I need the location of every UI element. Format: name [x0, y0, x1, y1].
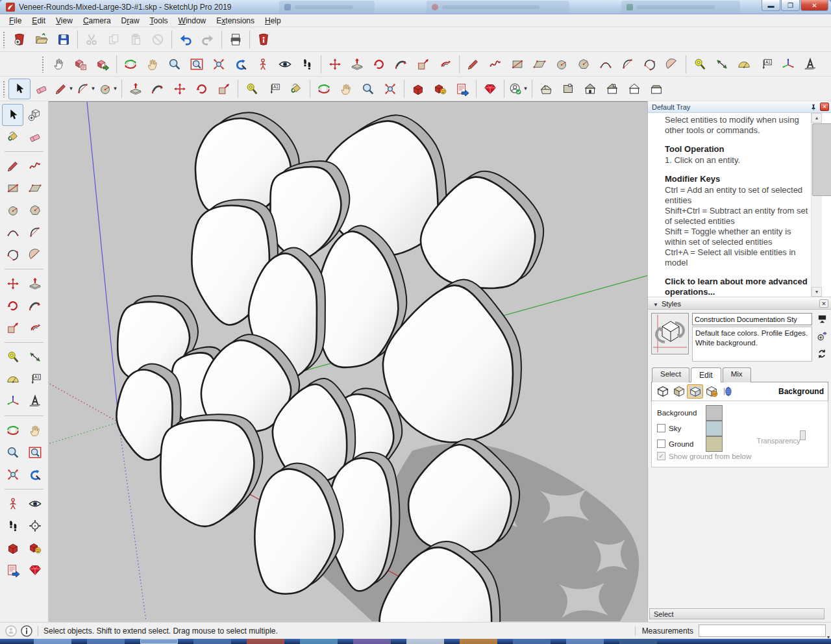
copy-button[interactable] [103, 29, 125, 50]
taskbar-item[interactable] [247, 639, 284, 644]
account-button[interactable]: ▼ [507, 79, 529, 99]
circle-button[interactable] [551, 54, 573, 75]
style-thumbnail[interactable] [651, 313, 689, 354]
three-point-arc-button[interactable] [639, 54, 661, 75]
freehand-button[interactable] [484, 54, 506, 75]
paint-bucket-tool[interactable] [2, 126, 23, 148]
viewport[interactable] [49, 101, 647, 622]
push-pull-tool[interactable] [24, 273, 45, 295]
share-model-tool[interactable] [2, 559, 23, 581]
toolbar-grip[interactable] [3, 80, 6, 97]
view-front-button[interactable] [579, 79, 601, 99]
previous-view-button[interactable] [230, 54, 252, 75]
rotate-button[interactable] [191, 79, 213, 99]
pointer-hand-button[interactable] [47, 54, 69, 75]
move-button[interactable] [169, 79, 191, 99]
extension-manager-tool[interactable] [24, 559, 45, 581]
extension-manager-button[interactable] [479, 79, 501, 99]
view-right-button[interactable] [601, 79, 623, 99]
offset-tool[interactable] [24, 317, 45, 339]
tape-measure-button[interactable] [241, 79, 263, 99]
select-tool[interactable] [2, 104, 23, 126]
two-point-arc-tool[interactable] [24, 221, 45, 243]
component-add-button[interactable] [92, 54, 114, 75]
sky-color-swatch[interactable] [706, 421, 723, 436]
cut-button[interactable] [81, 29, 103, 50]
section-plane-tool[interactable] [24, 515, 45, 537]
rectangle-button[interactable] [506, 54, 528, 75]
show-ground-checkbox[interactable]: ✓ [657, 452, 665, 460]
toolbar-grip[interactable] [42, 56, 45, 73]
rotated-rectangle-tool[interactable] [24, 177, 45, 199]
dropdown-arrow-icon[interactable]: ▼ [91, 86, 96, 92]
instructor-link[interactable]: Click to learn about more advanced opera… [665, 277, 810, 297]
style-name-field[interactable] [692, 313, 812, 325]
position-camera-tool[interactable] [2, 493, 23, 515]
polygon-tool[interactable] [24, 199, 45, 221]
taskbar-item[interactable] [140, 639, 178, 644]
offset-button[interactable] [434, 54, 456, 75]
modeling-settings[interactable] [719, 384, 736, 399]
toolbar-grip[interactable] [3, 31, 6, 48]
close-button[interactable]: ✕ [800, 0, 828, 11]
push-pull-button[interactable] [125, 79, 147, 99]
windows-taskbar[interactable] [0, 639, 831, 644]
axes-tool[interactable] [2, 390, 23, 412]
eraser-tool[interactable] [24, 126, 45, 148]
scroll-up-icon[interactable]: ▲ [812, 113, 822, 123]
view-top-button[interactable] [557, 79, 579, 99]
restore-button[interactable]: ❐ [781, 0, 800, 11]
slider-handle[interactable] [800, 430, 806, 440]
scale-button[interactable] [412, 54, 434, 75]
paste-button[interactable] [125, 29, 147, 50]
pan-tool[interactable] [24, 419, 45, 441]
secondary-pane-icon[interactable] [817, 314, 827, 327]
styles-panel-header[interactable]: ▼Styles ✕ [648, 297, 831, 310]
redo-button[interactable] [197, 29, 219, 50]
menu-camera[interactable]: Camera [78, 15, 116, 27]
follow-me-button[interactable] [147, 79, 169, 99]
taskbar-item[interactable] [300, 639, 338, 644]
dimension-button[interactable] [711, 54, 733, 75]
zoom-extents-button[interactable] [379, 79, 401, 99]
pan-button[interactable] [335, 79, 357, 99]
3d-text-button[interactable] [799, 54, 821, 75]
two-point-arc-button[interactable] [617, 54, 639, 75]
menu-edit[interactable]: Edit [27, 15, 51, 27]
background-settings[interactable] [687, 384, 703, 399]
rotate-button[interactable] [368, 54, 390, 75]
dimension-tool[interactable] [24, 346, 45, 368]
update-style-icon[interactable] [817, 349, 827, 362]
pie-tool[interactable] [24, 243, 45, 266]
scroll-down-icon[interactable]: ▼ [812, 287, 822, 297]
follow-me-tool[interactable] [24, 295, 45, 317]
dropdown-arrow-icon[interactable]: ▼ [523, 86, 528, 92]
arc-button[interactable] [595, 54, 617, 75]
rotate-tool[interactable] [2, 295, 23, 317]
walk-tool[interactable] [2, 515, 23, 537]
background-color-swatch[interactable] [706, 405, 723, 421]
orbit-button[interactable] [119, 54, 142, 75]
styles-close-icon[interactable]: ✕ [819, 299, 828, 308]
taskbar-item[interactable] [193, 639, 231, 644]
ground-color-swatch[interactable] [706, 436, 723, 452]
pan-button[interactable] [142, 54, 164, 75]
arc-flyout-button[interactable]: ▼ [75, 79, 97, 99]
sky-checkbox[interactable] [657, 424, 665, 432]
edge-settings[interactable] [654, 384, 671, 399]
watermark-settings[interactable] [703, 384, 719, 399]
zoom-extents-button[interactable] [208, 54, 230, 75]
view-iso-button[interactable] [535, 79, 557, 99]
text-button[interactable]: A1 [755, 54, 777, 75]
model-canvas[interactable] [49, 102, 647, 622]
tab-select[interactable]: Select [652, 367, 689, 382]
line-tool[interactable] [2, 155, 23, 177]
tray-overflow-icon[interactable]: ▾ [827, 634, 830, 640]
erase-button[interactable] [147, 29, 169, 50]
taskbar-item[interactable] [87, 639, 125, 644]
zoom-window-tool[interactable] [24, 441, 45, 464]
zoom-extents-tool[interactable] [2, 464, 23, 486]
measurements-input[interactable] [699, 625, 826, 637]
scale-button[interactable] [213, 79, 235, 99]
extension-warehouse-button[interactable] [429, 79, 451, 99]
